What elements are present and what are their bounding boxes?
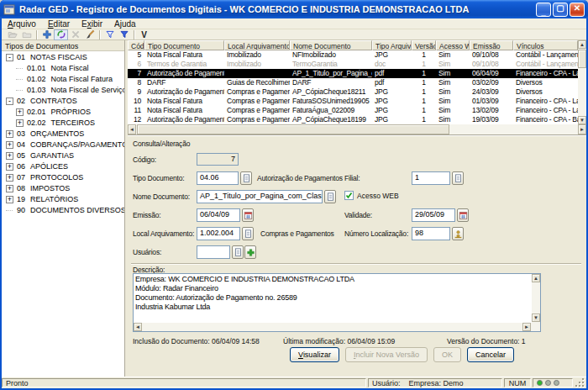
tree-item-02.01[interactable]: +02.01PRÓPRIOS [2, 107, 124, 118]
toolbar-brush-icon[interactable] [82, 29, 97, 40]
window-title: Radar GED - Registro de Documentos Digit… [19, 4, 536, 14]
table-row-5[interactable]: 5Nota Fiscal FaturaImobilizadoNFImobiliz… [128, 50, 578, 60]
toolbar-refresh-icon[interactable] [54, 29, 68, 40]
tree-expand-toggle[interactable]: + [6, 185, 13, 192]
check-icon [345, 192, 353, 199]
usuarios-field[interactable] [197, 245, 230, 259]
menu-item-arquivo[interactable]: Arquivo [2, 18, 42, 29]
column-header-3[interactable]: Nome Documento [290, 40, 372, 50]
acesso-web-checkbox[interactable]: Acesso WEB [344, 191, 399, 200]
tree-expand-toggle[interactable]: - [6, 98, 13, 105]
tree-item-07[interactable]: +07PROTOCOLOS [2, 172, 124, 183]
tree-item-04[interactable]: +04COBRANÇAS/PAGAMENTOS [2, 140, 124, 150]
tree-item-90[interactable]: 90DOCUMENTOS DIVERSOS [2, 205, 124, 216]
column-header-0[interactable]: Código [128, 40, 144, 50]
toolbar-filter-filled-icon[interactable] [117, 29, 131, 40]
validade-calendar-button[interactable] [457, 208, 469, 222]
toolbar-add-icon[interactable] [39, 29, 54, 40]
descricao-scroll-down-button[interactable]: ▼ [532, 314, 540, 322]
nome-documento-lookup-button[interactable] [324, 190, 336, 203]
table-row-7[interactable]: 7Autorização de PagamentosAP_1_Titulo_po… [128, 69, 578, 78]
table-row-8[interactable]: 8DARFGuias de RecolhimentosDARFpdf1Sim03… [128, 78, 578, 87]
tree-expand-toggle[interactable]: + [6, 174, 13, 182]
scroll-up-button[interactable]: ▲ [578, 40, 586, 49]
emissao-calendar-button[interactable] [242, 208, 254, 222]
column-header-2[interactable]: Local Arquivamento [224, 40, 290, 50]
horizontal-scroll-thumb[interactable] [137, 124, 449, 134]
toolbar-filter-icon[interactable] [102, 29, 117, 40]
tipo-documento-field[interactable]: 04.06 [197, 171, 239, 185]
table-cell: DARF [144, 78, 224, 87]
tree-expand-toggle[interactable]: + [16, 108, 24, 116]
titlebar: Radar GED - Registro de Documentos Digit… [0, 0, 588, 18]
usuarios-add-button[interactable] [244, 245, 256, 259]
column-header-4[interactable]: Tipo Arquivo [372, 40, 412, 50]
cancelar-button[interactable]: Cancelar [467, 347, 514, 362]
descricao-scroll-up-button[interactable]: ▲ [532, 274, 540, 282]
descricao-scroll-right-button[interactable]: ► [522, 323, 531, 331]
tree-expand-toggle[interactable]: + [6, 152, 13, 160]
table-cell: 1 [412, 115, 436, 124]
section-label: Consulta/Alteração [133, 140, 190, 148]
tree-item-19[interactable]: +19RELATÓRIOS [2, 194, 124, 205]
tree-connector [16, 68, 23, 69]
visualizar-button[interactable]: Visualizar [290, 347, 339, 362]
descricao-scroll-left-button[interactable]: ◄ [134, 323, 142, 331]
validade-field[interactable]: 29/05/09 [412, 208, 455, 222]
tree-item-08[interactable]: +08IMPOSTOS [2, 183, 124, 194]
local-arquivamento-lookup-button[interactable] [242, 227, 254, 240]
emissao-field[interactable]: 06/04/09 [197, 208, 240, 222]
tree-item-02.02[interactable]: +02.02TERCEIROS [2, 118, 124, 129]
menu-item-editar[interactable]: Editar [42, 18, 76, 29]
maximize-button[interactable]: ▢ [553, 3, 568, 17]
scroll-left-button[interactable]: ◄ [128, 124, 136, 134]
numero-localizacao-field[interactable]: 98 [412, 227, 450, 240]
tree-item-01.03[interactable]: 01.03Nota Fiscal de Serviços [2, 85, 124, 96]
tree-expand-toggle[interactable]: - [6, 54, 13, 61]
column-header-5[interactable]: Versão [412, 40, 436, 50]
tree-item-01.01[interactable]: 01.01Nota Fiscal [2, 63, 124, 74]
tree-item-02[interactable]: -02CONTRATOS [2, 96, 124, 107]
table-row-11[interactable]: 11Nota Fiscal FaturaCompras e Pagamentos… [128, 106, 578, 115]
minimize-button[interactable]: _ [536, 3, 551, 17]
filial-lookup-button[interactable] [452, 171, 464, 185]
column-header-8[interactable]: Vínculos [513, 40, 578, 50]
descricao-hscrollbar[interactable] [134, 323, 532, 331]
tree-panel: Tipos de Documentos -01NOTAS FISCAIS01.0… [2, 40, 125, 377]
numero-localizacao-stamp-button[interactable] [452, 227, 464, 240]
usuarios-lookup-button[interactable] [232, 245, 244, 259]
tree-item-03[interactable]: +03ORÇAMENTOS [2, 129, 124, 140]
scroll-down-button[interactable]: ▼ [578, 116, 586, 124]
table-row-9[interactable]: 9Autorização de PagamentosCompras e Paga… [128, 87, 578, 97]
table-row-10[interactable]: 10Nota Fiscal FaturaCompras e Pagamentos… [128, 97, 578, 106]
tree-expand-toggle[interactable]: + [6, 196, 13, 203]
column-header-6[interactable]: Acesso WEB [436, 40, 470, 50]
filial-field[interactable]: 1 [412, 171, 450, 185]
scroll-right-button[interactable]: ► [578, 124, 586, 134]
tree-item-label: PROTOCOLOS [30, 172, 83, 183]
resize-grip[interactable] [575, 378, 585, 387]
column-header-7[interactable]: Emissão [470, 40, 513, 50]
vertical-scroll-thumb[interactable] [578, 50, 586, 68]
close-button[interactable]: ✕ [570, 3, 585, 17]
tree-item-01.02[interactable]: 01.02Nota Fiscal Fatura [2, 74, 124, 85]
table-row-12[interactable]: 12Autorização de PagamentosCompras e Pag… [128, 115, 578, 124]
tree-expand-toggle[interactable]: + [6, 163, 13, 171]
table-row-6[interactable]: 6Termos de GarantiaImobilizadoTermoGaran… [128, 60, 578, 69]
descricao-vscrollbar[interactable] [532, 274, 540, 331]
tree-item-06[interactable]: +06APÓLICES [2, 161, 124, 172]
menu-item-ajuda[interactable]: Ajuda [108, 18, 142, 29]
tree-item-05[interactable]: +05GARANTIAS [2, 150, 124, 161]
tipo-documento-lookup-button[interactable] [240, 171, 252, 185]
local-arquivamento-field[interactable]: 1.002.004 [197, 227, 240, 240]
tree-item-01[interactable]: -01NOTAS FISCAIS [2, 52, 124, 63]
table-cell: Sim [436, 87, 470, 97]
tree-expand-toggle[interactable]: + [16, 119, 24, 127]
tree-expand-toggle[interactable]: + [6, 141, 13, 149]
toolbar-v-button[interactable]: V [137, 29, 151, 40]
nome-documento-field[interactable]: AP_1_Titulo_por_Pagina_com_Classificacao… [197, 190, 323, 203]
column-header-1[interactable]: Tipo Documento [144, 40, 224, 50]
descricao-textarea[interactable]: Empresa: WK COMERCIO E INDUSTRIA DEMONST… [135, 275, 530, 321]
menu-item-exibir[interactable]: Exibir [76, 18, 108, 29]
tree-expand-toggle[interactable]: + [6, 130, 13, 138]
